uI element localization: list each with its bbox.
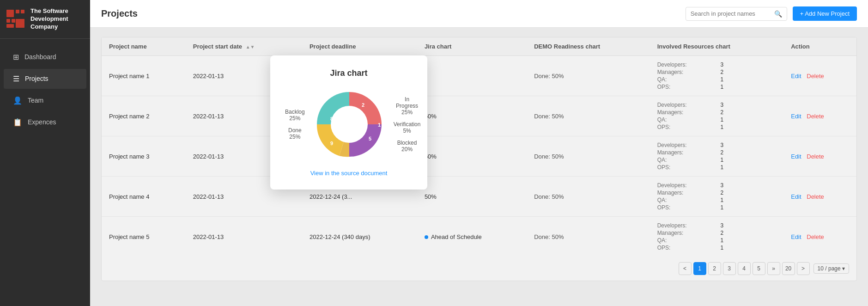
pagination-per-page[interactable]: 10 / page ▾ [813, 263, 849, 274]
svg-rect-3 [6, 19, 10, 23]
legend-inprogress: In Progress 25% [394, 96, 421, 116]
svg-rect-5 [16, 19, 24, 28]
jira-chart-modal: Jira chart Backlog 25% Done 25% [270, 55, 427, 190]
mgr-label: Managers: [657, 149, 713, 156]
sidebar-item-expenses[interactable]: 📋 Expences [4, 112, 86, 132]
mgr-label: Managers: [657, 109, 713, 116]
edit-button[interactable]: Edit [791, 193, 801, 200]
delete-button[interactable]: Delete [807, 113, 824, 120]
cell-resources: Developers: 3 Managers: 2 QA: 1 OPS: 1 [650, 136, 784, 177]
pagination-last[interactable]: 20 [782, 262, 795, 275]
cell-demo: Done: 50% [527, 96, 649, 136]
search-box[interactable]: 🔍 [686, 7, 787, 21]
pagination-prev[interactable]: < [679, 262, 692, 275]
table-row: Project name 1 2022-01-13 2022-12-24 (3.… [102, 56, 856, 96]
dev-value: 3 [720, 182, 776, 189]
delete-button[interactable]: Delete [807, 153, 824, 160]
mgr-value: 2 [720, 149, 776, 156]
jira-status-text: Ahead of Schedule [431, 233, 482, 240]
ops-label: OPS: [657, 204, 713, 211]
cell-project-name: Project name 4 [102, 177, 186, 217]
col-start-date[interactable]: Project start date ▲▼ [186, 37, 302, 56]
cell-action: Edit Delete [783, 96, 856, 136]
delete-button[interactable]: Delete [807, 233, 824, 240]
cell-action: Edit Delete [783, 136, 856, 177]
svg-rect-6 [6, 24, 14, 28]
edit-button[interactable]: Edit [791, 113, 801, 120]
ops-value: 1 [720, 245, 776, 251]
mgr-value: 2 [720, 190, 776, 196]
delete-button[interactable]: Delete [807, 73, 824, 80]
search-input[interactable] [691, 10, 774, 17]
dev-label: Developers: [657, 182, 713, 189]
label-8: 8 [330, 116, 333, 122]
add-new-project-button[interactable]: + Add New Project [793, 6, 857, 21]
qa-value: 1 [720, 197, 776, 203]
donut-hole [331, 106, 368, 143]
legend-backlog: Backlog 25% [285, 109, 305, 122]
resource-grid: Developers: 3 Managers: 2 QA: 1 OPS: 1 [657, 142, 777, 171]
pagination-page-2[interactable]: 2 [708, 262, 721, 275]
status-dot [425, 235, 428, 239]
pagination-page-3[interactable]: 3 [723, 262, 736, 275]
company-name: The Software Development Company [30, 7, 85, 31]
sidebar-item-team[interactable]: 👤 Team [4, 91, 86, 110]
qa-value: 1 [720, 237, 776, 244]
cell-demo: Done: 50% [527, 56, 649, 96]
sidebar-logo: The Software Development Company [0, 0, 90, 39]
ops-label: OPS: [657, 84, 713, 90]
legend-done: Done 25% [285, 127, 305, 140]
cell-project-name: Project name 3 [102, 136, 186, 177]
mgr-value: 2 [720, 230, 776, 236]
qa-label: QA: [657, 197, 713, 203]
expenses-icon: 📋 [13, 118, 22, 127]
cell-jira: 50% [417, 177, 527, 217]
cell-action: Edit Delete [783, 217, 856, 257]
label-1: 1 [378, 122, 381, 128]
delete-button[interactable]: Delete [807, 193, 824, 200]
col-deadline: Project deadline [302, 37, 417, 56]
cell-jira: Ahead of Schedule [417, 217, 527, 257]
ops-label: OPS: [657, 164, 713, 171]
qa-label: QA: [657, 116, 713, 123]
qa-value: 1 [720, 76, 776, 83]
dev-label: Developers: [657, 61, 713, 68]
svg-rect-4 [12, 19, 15, 23]
pagination-next[interactable]: > [797, 262, 810, 275]
table-row: Project name 4 2022-01-13 2022-12-24 (3.… [102, 177, 856, 217]
resource-grid: Developers: 3 Managers: 2 QA: 1 OPS: 1 [657, 61, 777, 90]
view-source-link[interactable]: View in the source document [285, 170, 413, 177]
pagination-page-4[interactable]: 4 [738, 262, 751, 275]
pagination-jump[interactable]: » [767, 262, 780, 275]
cell-demo: Done: 50% [527, 217, 649, 257]
mgr-label: Managers: [657, 230, 713, 236]
search-icon: 🔍 [774, 10, 782, 18]
legend-blocked: Blocked 20% [394, 140, 421, 153]
ops-label: OPS: [657, 245, 713, 251]
ops-value: 1 [720, 124, 776, 130]
ops-value: 1 [720, 164, 776, 171]
edit-button[interactable]: Edit [791, 233, 801, 240]
sidebar-item-projects[interactable]: ☰ Projects [4, 69, 86, 89]
pagination-page-5[interactable]: 5 [753, 262, 765, 275]
table-row: Project name 3 2022-01-13 2022-12-24 (3.… [102, 136, 856, 177]
pagination-page-1[interactable]: 1 [693, 262, 706, 275]
dev-value: 3 [720, 222, 776, 229]
sidebar-item-dashboard[interactable]: ⊞ Dashboard [4, 47, 86, 67]
cell-jira: 50% [417, 96, 527, 136]
sort-icon: ▲▼ [246, 44, 255, 49]
projects-icon: ☰ [13, 74, 19, 83]
qa-value: 1 [720, 157, 776, 163]
edit-button[interactable]: Edit [791, 73, 801, 80]
sidebar-item-label-dashboard: Dashboard [24, 53, 56, 61]
col-jira: Jira chart [417, 37, 527, 56]
svg-rect-1 [16, 10, 19, 13]
chart-area: Backlog 25% Done 25% [285, 87, 413, 161]
cell-demo: Done: 50% [527, 177, 649, 217]
cell-resources: Developers: 3 Managers: 2 QA: 1 OPS: 1 [650, 96, 784, 136]
chart-legend-right: In Progress 25% Verification 5% Blocked … [394, 96, 421, 153]
sidebar-item-label-team: Team [28, 97, 43, 104]
sidebar-nav: ⊞ Dashboard ☰ Projects 👤 Team 📋 Expences [0, 39, 90, 141]
edit-button[interactable]: Edit [791, 153, 801, 160]
logo-icon [6, 9, 26, 29]
